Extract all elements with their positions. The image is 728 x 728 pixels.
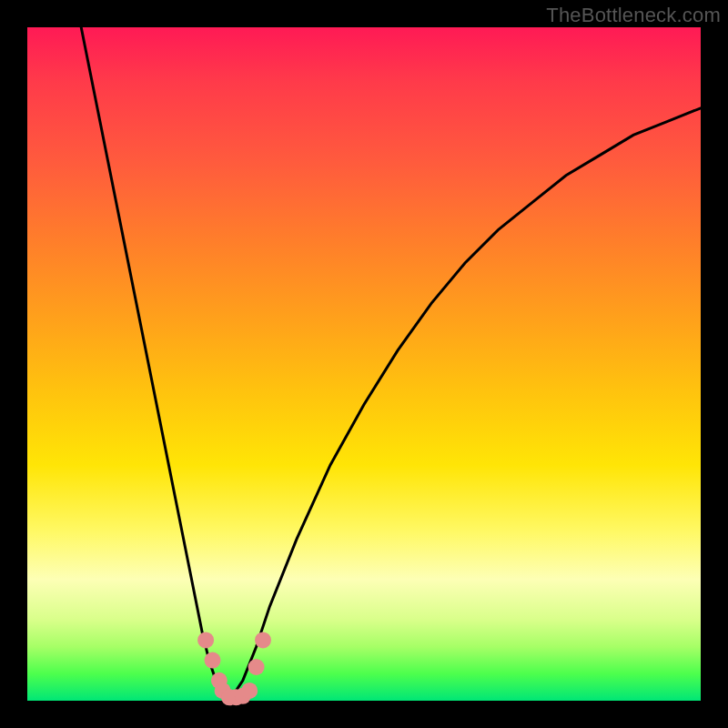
trough-marker [241, 682, 258, 699]
chart-frame: TheBottleneck.com [0, 0, 728, 728]
curve-right-branch [229, 108, 701, 701]
trough-marker [255, 632, 271, 648]
curve-left-branch [81, 27, 229, 701]
trough-markers [197, 632, 271, 705]
watermark-text: TheBottleneck.com [546, 4, 721, 27]
trough-marker [248, 659, 265, 675]
trough-marker [197, 632, 214, 648]
curve-layer [27, 27, 701, 701]
trough-marker [205, 652, 221, 669]
plot-area [27, 27, 701, 701]
